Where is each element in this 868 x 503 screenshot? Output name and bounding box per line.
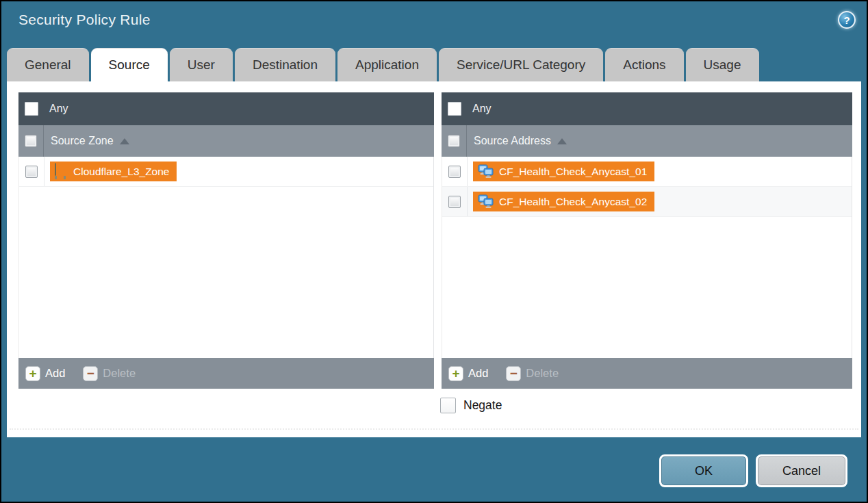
sort-asc-icon: [557, 138, 567, 144]
source-address-column-header[interactable]: Source Address: [442, 125, 852, 157]
table-row: CF_Health_Check_Anycast_01: [442, 157, 852, 187]
source-zone-panel: Any Source Zone Cloudflare_L3_Zone + Add…: [18, 92, 434, 389]
tab-service-url-category[interactable]: Service/URL Category: [439, 48, 603, 81]
delete-icon: −: [506, 366, 521, 381]
help-icon[interactable]: ?: [838, 11, 856, 29]
delete-icon: −: [83, 366, 98, 381]
row-checkbox[interactable]: [448, 196, 461, 208]
source-address-add-button[interactable]: + Add: [448, 366, 488, 381]
source-zone-list: Cloudflare_L3_Zone: [18, 157, 434, 358]
resize-grip[interactable]: [10, 428, 858, 430]
source-zone-column-header[interactable]: Source Zone: [18, 125, 434, 157]
zone-icon: [55, 164, 68, 179]
address-icon: [478, 164, 494, 179]
object-chip[interactable]: Cloudflare_L3_Zone: [50, 162, 177, 181]
negate-label: Negate: [463, 398, 502, 413]
tab-source[interactable]: Source: [91, 48, 168, 81]
security-policy-rule-dialog: Security Policy Rule ? GeneralSourceUser…: [1, 1, 867, 502]
address-icon: [478, 194, 494, 209]
table-row: CF_Health_Check_Anycast_02: [442, 187, 852, 217]
source-zone-column-title: Source Zone: [51, 135, 114, 147]
dialog-title: Security Policy Rule: [18, 12, 151, 28]
source-address-toolbar: + Add − Delete: [442, 358, 852, 389]
sort-asc-icon: [120, 138, 129, 144]
negate-checkbox[interactable]: [440, 398, 456, 413]
source-address-any-bar: Any: [442, 92, 852, 125]
object-chip[interactable]: CF_Health_Check_Anycast_02: [473, 192, 654, 211]
source-address-panel: Any Source Address CF_Health_Check_Anyca…: [442, 92, 852, 389]
negate-option: Negate: [440, 398, 502, 413]
add-icon: +: [448, 366, 463, 381]
row-checkbox[interactable]: [448, 166, 461, 178]
tab-general[interactable]: General: [7, 48, 89, 81]
object-label: Cloudflare_L3_Zone: [73, 166, 169, 178]
dialog-content: Any Source Zone Cloudflare_L3_Zone + Add…: [7, 81, 861, 437]
source-address-column-title: Source Address: [474, 135, 551, 147]
tab-usage[interactable]: Usage: [686, 48, 759, 81]
object-label: CF_Health_Check_Anycast_02: [499, 196, 647, 208]
tab-destination[interactable]: Destination: [235, 48, 335, 81]
source-zone-toolbar: + Add − Delete: [18, 358, 434, 389]
source-address-select-all-checkbox[interactable]: [448, 135, 460, 147]
cancel-button[interactable]: Cancel: [756, 454, 847, 487]
source-address-list: CF_Health_Check_Anycast_01CF_Health_Chec…: [442, 157, 852, 358]
source-zone-any-bar: Any: [18, 92, 434, 125]
tab-application[interactable]: Application: [337, 48, 437, 81]
source-address-any-label: Any: [472, 103, 492, 115]
tab-user[interactable]: User: [170, 48, 233, 81]
tab-actions[interactable]: Actions: [605, 48, 683, 81]
source-zone-any-checkbox[interactable]: [25, 102, 38, 116]
source-zone-select-all-checkbox[interactable]: [25, 135, 37, 147]
source-zone-any-label: Any: [49, 103, 68, 115]
table-row: Cloudflare_L3_Zone: [19, 157, 433, 187]
ok-button[interactable]: OK: [659, 454, 748, 487]
object-chip[interactable]: CF_Health_Check_Anycast_01: [473, 162, 654, 181]
source-address-any-checkbox[interactable]: [448, 102, 461, 116]
source-address-delete-button[interactable]: − Delete: [506, 366, 559, 381]
source-zone-add-button[interactable]: + Add: [25, 366, 65, 381]
source-zone-delete-button[interactable]: − Delete: [83, 366, 136, 381]
add-icon: +: [25, 366, 40, 381]
object-label: CF_Health_Check_Anycast_01: [499, 166, 647, 178]
tab-bar: GeneralSourceUserDestinationApplicationS…: [7, 48, 861, 81]
row-checkbox[interactable]: [25, 166, 38, 178]
